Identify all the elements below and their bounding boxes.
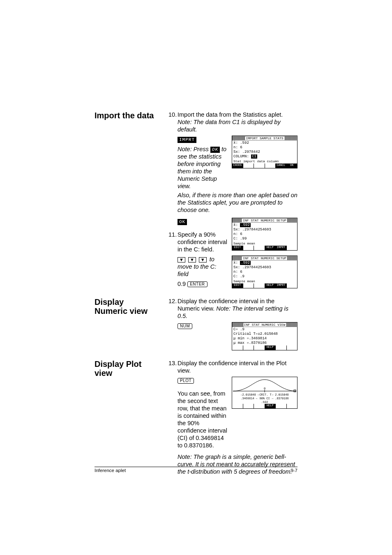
bottombar: CHOOS CANCL OK (232, 164, 297, 168)
softkey-ok: OK (178, 219, 187, 225)
section-import-row: Import the data 10. Import the data from… (95, 111, 297, 288)
step-10: 10. Import the data from the Statistics … (168, 111, 297, 133)
screenshot-setup-c9: INF STAT NUMERIC SETUP x̄: .592 Sx: .297… (232, 256, 297, 288)
footer-title: Inference aplet (95, 468, 126, 473)
key-num: NUM (178, 323, 192, 329)
bell-curve-plot: 0 (232, 377, 297, 393)
down-arrow-icon: ▼ (199, 257, 207, 263)
numeric-heading: Display Numeric view (95, 297, 158, 315)
key-plot: PLOT (178, 378, 194, 384)
screenshot-setup-c99: INF STAT NUMERIC SETUP x̄: .592 Sx: .297… (232, 218, 297, 251)
import-body: 10. Import the data from the Statistics … (168, 111, 297, 288)
screenshot-import-stats: IMPORT SAMPLE STATS x̄: .592 n: 6 Sx: .2… (232, 136, 297, 168)
softkey-imprt: IMPRT (178, 137, 196, 143)
down-arrow-icon: ▼ (178, 257, 185, 263)
footer-page-number: 9-7 (291, 468, 297, 473)
plot-heading: Display Plot view (95, 359, 158, 378)
step-13: 13. Display the confidence interval in t… (168, 359, 297, 374)
step-10-detail: IMPRT Note: Press OK to see the statisti… (168, 136, 297, 190)
section-numeric-row: Display Numeric view 12. Display the con… (95, 297, 297, 350)
screenshot-plot-view: 0 -2.015048 ←CRIT. T→ 2.015048 .3469814 … (232, 377, 297, 409)
step-12: 12. Display the confidence interval in t… (168, 297, 297, 320)
page-footer: Inference aplet 9-7 (95, 467, 297, 473)
section-plot-row: Display Plot view 13. Display the confid… (95, 359, 297, 475)
key-enter: ENTER (187, 281, 207, 287)
down-arrow-icon: ▼ (188, 257, 196, 263)
softkey-ok-inline: OK (210, 147, 220, 153)
import-heading: Import the data (95, 111, 158, 120)
step-11: 11. Specify a 90% confidence interval in… (168, 231, 228, 253)
screenshot-numeric-view: INF STAT NUMERIC VIEW C= .9 Critical T=±… (232, 322, 297, 350)
